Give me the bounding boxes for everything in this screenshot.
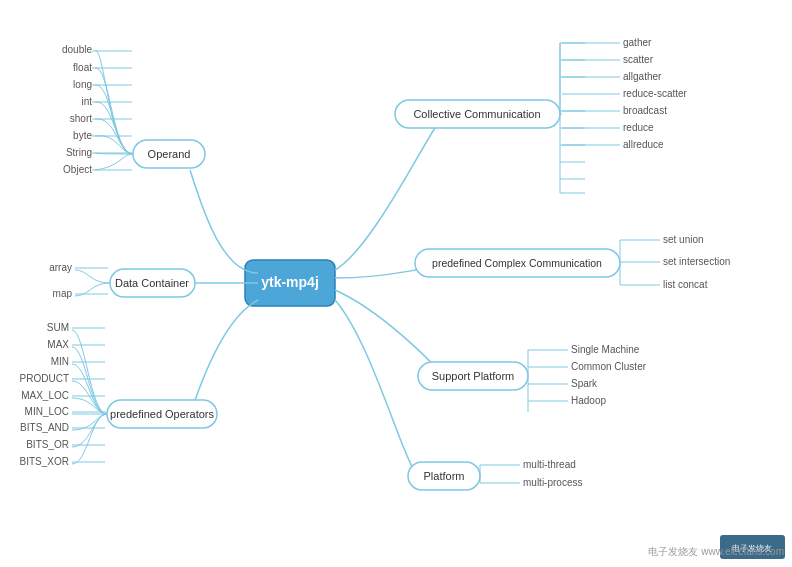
predefined-complex-label: predefined Complex Communication [432,257,602,269]
predefined-operators-label: predefined Operators [110,408,214,420]
sp-item-single-machine: Single Machine [571,344,640,355]
operand-item-string: String [66,147,92,158]
operand-item-object: Object [63,164,92,175]
op-item-sum: SUM [47,322,69,333]
op-item-min-loc: MIN_LOC [25,406,69,417]
op-item-bits-xor: BITS_XOR [20,456,69,467]
platform-item-multi-thread: multi-thread [523,459,576,470]
support-platform-label: Support Platform [432,370,515,382]
complex-item-set-union: set union [663,234,704,245]
data-container-label: Data Container [115,277,189,289]
op-item-max-loc: MAX_LOC [21,390,69,401]
operand-item-byte: byte [73,130,92,141]
sp-item-spark: Spark [571,378,598,389]
cc-item-reduce-scatter: reduce-scatter [623,88,688,99]
operand-item-long: long [73,79,92,90]
cc-item-allgather: allgather [623,71,662,82]
cc-item-scatter: scatter [623,54,654,65]
operand-item-float: float [73,62,92,73]
collective-comm-label: Collective Communication [413,108,540,120]
sp-item-hadoop: Hadoop [571,395,606,406]
op-item-product: PRODUCT [20,373,69,384]
operand-label: Operand [148,148,191,160]
operand-item-double: double [62,44,92,55]
platform-label: Platform [424,470,465,482]
platform-item-multi-process: multi-process [523,477,582,488]
op-item-bits-and: BITS_AND [20,422,69,433]
complex-item-list-concat: list concat [663,279,708,290]
cc-item-reduce: reduce [623,122,654,133]
op-item-max: MAX [47,339,69,350]
cc-item-broadcast: broadcast [623,105,667,116]
operand-item-int: int [81,96,92,107]
cc-item-gather: gather [623,37,652,48]
dc-item-map: map [53,288,73,299]
complex-item-set-intersection: set intersection [663,256,730,267]
op-item-min: MIN [51,356,69,367]
watermark-text: 电子发烧友 www.elecfans.com [648,545,784,559]
center-label: ytk-mp4j [261,274,319,290]
sp-item-common-cluster: Common Cluster [571,361,647,372]
op-item-bits-or: BITS_OR [26,439,69,450]
dc-item-array: array [49,262,72,273]
cc-item-allreduce: allreduce [623,139,664,150]
operand-item-short: short [70,113,92,124]
